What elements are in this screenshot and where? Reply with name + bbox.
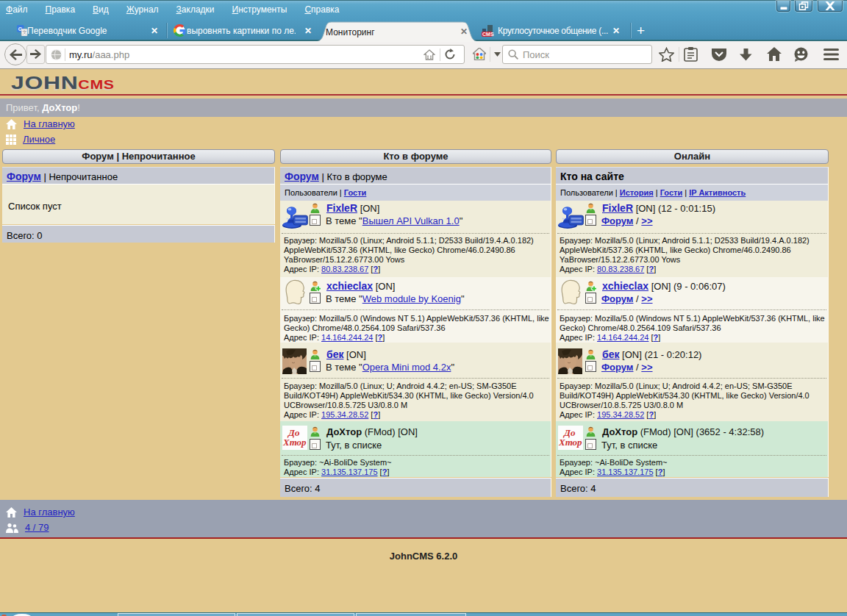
- svg-text:文: 文: [23, 29, 27, 35]
- svg-text:CMS: CMS: [482, 32, 494, 37]
- svg-text:Хтор: Хтор: [282, 437, 307, 448]
- svg-text:Хтор: Хтор: [558, 437, 582, 448]
